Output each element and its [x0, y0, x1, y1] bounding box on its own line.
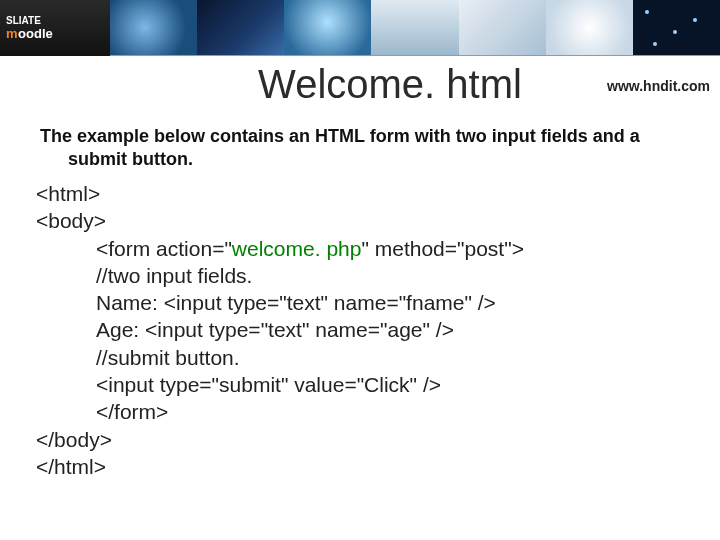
banner-tile	[459, 0, 546, 55]
description-text: The example below contains an HTML form …	[20, 125, 700, 170]
code-text: <form action="	[96, 237, 232, 260]
banner-tile	[546, 0, 633, 55]
code-line: <body>	[36, 207, 700, 234]
slide: SLIATE moodle Welcome. html www.hndit.co…	[0, 0, 720, 540]
banner-tile	[284, 0, 371, 55]
logo-brand: moodle	[6, 26, 110, 41]
code-line: <html>	[36, 180, 700, 207]
site-url: www.hndit.com	[607, 78, 710, 94]
banner-tile	[197, 0, 284, 55]
code-line: </html>	[36, 453, 700, 480]
page-title: Welcome. html	[258, 62, 522, 107]
logo-top-text: SLIATE	[6, 15, 110, 26]
title-row: Welcome. html www.hndit.com	[0, 62, 720, 107]
banner-strip: SLIATE moodle	[0, 0, 720, 56]
banner-tile	[371, 0, 458, 55]
code-line: </body>	[36, 426, 700, 453]
logo-brand-oodle: oodle	[18, 26, 53, 41]
code-line: //submit button.	[36, 344, 700, 371]
code-line: <form action="welcome. php" method="post…	[36, 235, 700, 262]
code-line: Age: <input type="text" name="age" />	[36, 316, 700, 343]
code-line: </form>	[36, 398, 700, 425]
code-line: Name: <input type="text" name="fname" />	[36, 289, 700, 316]
banner-tiles	[110, 0, 720, 55]
banner-tile	[110, 0, 197, 55]
banner-logo: SLIATE moodle	[0, 0, 110, 56]
code-highlight: welcome. php	[232, 237, 362, 260]
code-line: <input type="submit" value="Click" />	[36, 371, 700, 398]
code-line: //two input fields.	[36, 262, 700, 289]
banner-tile	[633, 0, 720, 55]
logo-brand-m: m	[6, 26, 18, 41]
code-text: " method="post">	[361, 237, 523, 260]
code-block: <html> <body> <form action="welcome. php…	[36, 180, 700, 480]
